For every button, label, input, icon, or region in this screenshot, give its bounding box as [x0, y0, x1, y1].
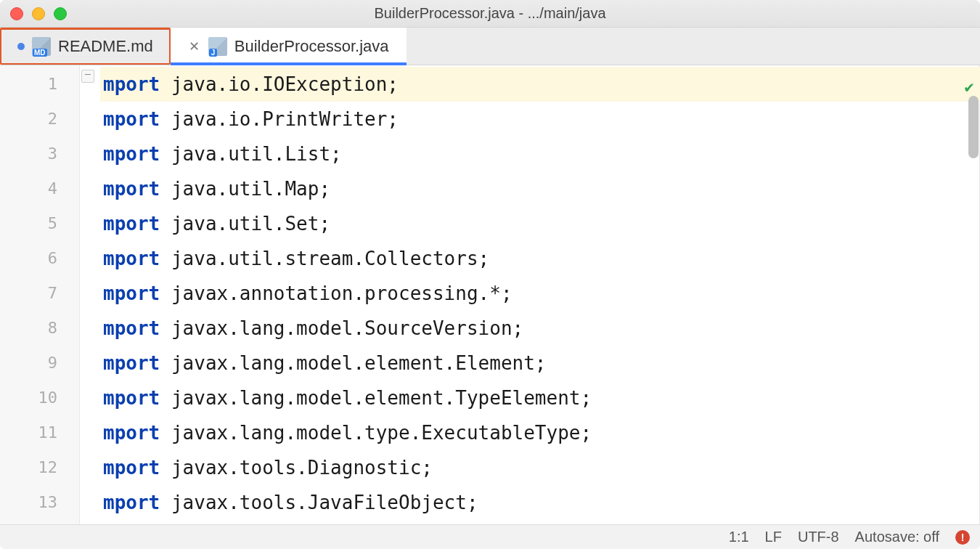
line-number[interactable]: 1 — [0, 67, 57, 102]
code-line[interactable]: mport javax.lang.model.type.ExecutableTy… — [100, 415, 980, 450]
tab-builderprocessor[interactable]: ✕ BuilderProcessor.java — [171, 28, 407, 65]
code-text: javax.tools.JavaFileObject; — [160, 492, 478, 513]
keyword: mport — [103, 178, 160, 200]
keyword: mport — [103, 457, 160, 479]
code-line[interactable]: mport javax.lang.model.element.TypeEleme… — [100, 381, 980, 415]
code-text: java.util.Map; — [160, 178, 330, 200]
ide-window: BuilderProcessor.java - .../main/java RE… — [0, 0, 980, 549]
line-number[interactable]: 4 — [0, 171, 57, 206]
line-number[interactable]: 6 — [0, 241, 57, 276]
fold-toggle-icon[interactable] — [81, 70, 94, 83]
keyword: mport — [103, 248, 160, 269]
pinned-indicator-icon — [17, 43, 25, 50]
code-text: javax.lang.model.SourceVersion; — [160, 317, 523, 339]
status-bar: 1:1 LF UTF-8 Autosave: off ! — [0, 524, 980, 549]
keyword: mport — [103, 108, 160, 130]
problems-icon[interactable]: ! — [955, 530, 970, 545]
keyword: mport — [103, 492, 160, 513]
close-window-icon[interactable] — [10, 7, 23, 20]
keyword: mport — [103, 352, 160, 374]
keyword: mport — [103, 387, 160, 409]
code-line[interactable]: mport javax.tools.JavaFileObject; — [100, 485, 980, 520]
code-text: javax.lang.model.element.TypeElement; — [160, 387, 592, 409]
code-text: java.io.PrintWriter; — [160, 108, 399, 130]
keyword: mport — [103, 317, 160, 339]
editor-tabs: README.md ✕ BuilderProcessor.java — [0, 28, 980, 65]
code-text: javax.tools.Diagnostic; — [160, 457, 433, 479]
code-line[interactable]: mport javax.lang.model.SourceVersion; — [100, 311, 980, 346]
code-line[interactable]: mport javax.tools.Diagnostic; — [100, 450, 980, 485]
line-number-gutter[interactable]: 12345678910111213 — [0, 65, 80, 524]
code-text: java.util.Set; — [160, 213, 330, 235]
code-line[interactable]: mport java.io.IOException; — [100, 67, 980, 102]
caret-position[interactable]: 1:1 — [729, 529, 749, 545]
keyword: mport — [103, 213, 160, 235]
code-line[interactable]: mport java.io.PrintWriter; — [100, 102, 980, 137]
window-title: BuilderProcessor.java - .../main/java — [0, 5, 980, 22]
line-number[interactable]: 11 — [0, 415, 57, 450]
line-separator[interactable]: LF — [765, 529, 782, 545]
tab-readme[interactable]: README.md — [0, 28, 171, 65]
keyword: mport — [103, 422, 160, 444]
line-number[interactable]: 3 — [0, 137, 57, 171]
code-line[interactable]: mport javax.lang.model.element.Element; — [100, 346, 980, 381]
markdown-file-icon — [32, 37, 51, 56]
scrollbar-thumb[interactable] — [968, 96, 979, 158]
code-text: javax.lang.model.element.Element; — [160, 352, 546, 374]
code-area[interactable]: ✔ mport java.io.IOException;mport java.i… — [100, 65, 980, 524]
code-line[interactable]: mport java.util.Map; — [100, 171, 980, 206]
tab-label: README.md — [58, 37, 153, 56]
tab-label: BuilderProcessor.java — [234, 37, 389, 56]
line-number[interactable]: 7 — [0, 276, 57, 311]
code-text: java.io.IOException; — [160, 73, 399, 95]
keyword: mport — [103, 282, 160, 304]
line-number[interactable]: 5 — [0, 206, 57, 241]
close-tab-icon[interactable]: ✕ — [188, 38, 201, 54]
line-number[interactable]: 9 — [0, 346, 57, 381]
code-text: javax.annotation.processing.*; — [160, 282, 512, 304]
code-line[interactable]: mport java.util.List; — [100, 137, 980, 171]
fold-column[interactable] — [80, 65, 100, 524]
editor-right-gutter: ✔ — [958, 65, 980, 524]
code-text: java.util.List; — [160, 143, 341, 165]
java-file-icon — [208, 37, 227, 56]
code-editor[interactable]: 12345678910111213 ✔ mport java.io.IOExce… — [0, 65, 980, 524]
line-number[interactable]: 2 — [0, 102, 57, 137]
title-bar: BuilderProcessor.java - .../main/java — [0, 0, 980, 28]
code-text: java.util.stream.Collectors; — [160, 248, 489, 269]
code-line[interactable]: mport java.util.stream.Collectors; — [100, 241, 980, 276]
maximize-window-icon[interactable] — [54, 7, 67, 20]
minimize-window-icon[interactable] — [32, 7, 45, 20]
window-controls — [10, 7, 67, 20]
line-number[interactable]: 13 — [0, 485, 57, 520]
line-number[interactable]: 8 — [0, 311, 57, 346]
code-line[interactable]: mport java.util.Set; — [100, 206, 980, 241]
line-number[interactable]: 10 — [0, 381, 57, 415]
autosave-status[interactable]: Autosave: off — [855, 529, 939, 545]
code-text: javax.lang.model.type.ExecutableType; — [160, 422, 592, 444]
code-line[interactable]: mport javax.annotation.processing.*; — [100, 276, 980, 311]
line-number[interactable]: 12 — [0, 450, 57, 485]
keyword: mport — [103, 143, 160, 165]
file-encoding[interactable]: UTF-8 — [798, 529, 839, 545]
keyword: mport — [103, 73, 160, 95]
